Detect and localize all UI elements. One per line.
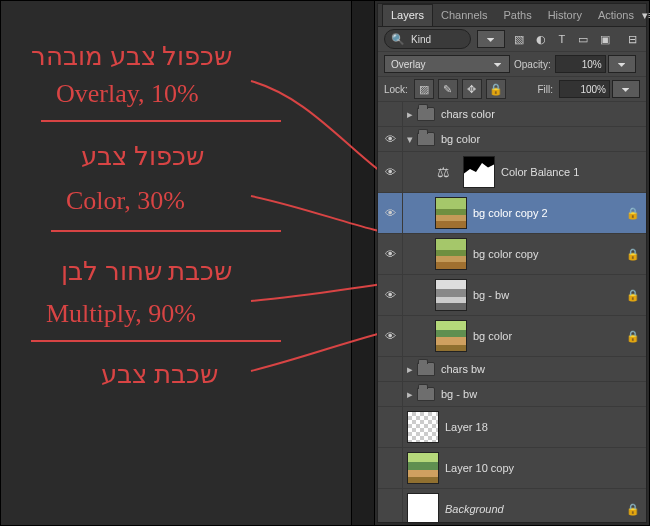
expand-arrow[interactable]: ▸ <box>405 108 415 121</box>
annot-line3a: שכבת שחור לבן <box>61 256 232 287</box>
fill-field[interactable]: 100% <box>559 80 610 98</box>
layer-name[interactable]: Layer 18 <box>445 421 640 433</box>
fill-label: Fill: <box>537 84 553 95</box>
eye-icon: 👁 <box>385 166 396 178</box>
visibility-toggle[interactable]: 👁 <box>378 275 403 315</box>
opacity-slider-toggle[interactable]: ⏷ <box>608 55 636 73</box>
image-filter-icon[interactable]: ▧ <box>511 31 526 47</box>
annot-line4a: שכבת צבע <box>101 359 218 390</box>
annot-line2b: Color, 30% <box>66 186 185 216</box>
visibility-toggle[interactable]: 👁 <box>378 193 403 233</box>
visibility-toggle[interactable] <box>378 489 403 522</box>
layer-thumbnail[interactable] <box>407 411 439 443</box>
layer-thumbnail[interactable] <box>435 238 467 270</box>
visibility-toggle[interactable] <box>378 407 403 447</box>
eye-icon: 👁 <box>385 330 396 342</box>
tab-paths[interactable]: Paths <box>496 4 540 26</box>
layer-name[interactable]: Background <box>445 503 622 515</box>
filter-kind-search[interactable]: 🔍 <box>384 29 471 49</box>
type-filter-icon[interactable]: T <box>554 31 569 47</box>
layers-list[interactable]: ▸chars color👁▾bg color👁⚖Color Balance 1👁… <box>378 102 646 522</box>
layer-thumbnail[interactable] <box>407 493 439 522</box>
lock-icon: 🔒 <box>626 207 640 220</box>
annot-line3b: Multiply, 90% <box>46 299 196 329</box>
expand-arrow[interactable]: ▸ <box>405 363 415 376</box>
layer-row[interactable]: ▸chars bw <box>378 357 646 382</box>
lock-pixels-icon[interactable]: ✎ <box>438 79 458 99</box>
panel-tabs: Layers Channels Paths History Actions ▾≡ <box>378 4 646 27</box>
expand-arrow[interactable]: ▾ <box>405 133 415 146</box>
lock-transparency-icon[interactable]: ▨ <box>414 79 434 99</box>
annot-line1a: שכפול צבע מובהר <box>31 41 232 72</box>
layer-name[interactable]: chars color <box>441 108 640 120</box>
layer-name[interactable]: bg - bw <box>441 388 640 400</box>
folder-icon <box>417 387 435 401</box>
search-icon: 🔍 <box>391 33 405 46</box>
tab-history[interactable]: History <box>540 4 590 26</box>
layer-name[interactable]: chars bw <box>441 363 640 375</box>
layer-row[interactable]: 👁▾bg color <box>378 127 646 152</box>
panel-menu-icon[interactable]: ▾≡ <box>642 9 650 22</box>
fill-slider-toggle[interactable]: ⏷ <box>612 80 640 98</box>
layer-thumbnail[interactable] <box>407 452 439 484</box>
visibility-toggle[interactable]: 👁 <box>378 234 403 274</box>
layer-name[interactable]: Layer 10 copy <box>445 462 640 474</box>
filter-kind-input[interactable] <box>409 33 453 46</box>
layer-row[interactable]: ▸bg - bw <box>378 382 646 407</box>
annot-line2a: שכפול צבע <box>81 141 204 172</box>
eye-icon: 👁 <box>385 289 396 301</box>
adjustment-filter-icon[interactable]: ◐ <box>533 31 548 47</box>
shape-filter-icon[interactable]: ▭ <box>576 31 591 47</box>
layer-row[interactable]: 👁bg color copy🔒 <box>378 234 646 275</box>
visibility-toggle[interactable] <box>378 102 403 126</box>
visibility-toggle[interactable]: 👁 <box>378 127 403 151</box>
layer-name[interactable]: bg color <box>473 330 622 342</box>
layer-name[interactable]: bg color copy 2 <box>473 207 622 219</box>
opacity-label: Opacity: <box>514 59 551 70</box>
blend-opacity-row: Overlay ⏷ Opacity: 10% ⏷ <box>378 52 646 77</box>
visibility-toggle[interactable] <box>378 448 403 488</box>
tab-layers[interactable]: Layers <box>382 4 433 26</box>
layer-thumbnail[interactable] <box>435 320 467 352</box>
layer-row[interactable]: ▸chars color <box>378 102 646 127</box>
blend-mode-dropdown[interactable]: Overlay ⏷ <box>384 55 510 73</box>
visibility-toggle[interactable]: 👁 <box>378 152 403 192</box>
folder-icon <box>417 132 435 146</box>
layer-name[interactable]: bg - bw <box>473 289 622 301</box>
visibility-toggle[interactable] <box>378 357 403 381</box>
lock-all-icon[interactable]: 🔒 <box>486 79 506 99</box>
expand-arrow[interactable]: ▸ <box>405 388 415 401</box>
smartobj-filter-icon[interactable]: ▣ <box>597 31 612 47</box>
layer-mask-thumb[interactable] <box>463 156 495 188</box>
layer-thumbnail[interactable] <box>435 279 467 311</box>
layer-filter-bar: 🔍 ⏷ ▧ ◐ T ▭ ▣ ⊟ <box>378 27 646 52</box>
filter-toggle-switch[interactable]: ⊟ <box>625 31 640 47</box>
tab-channels[interactable]: Channels <box>433 4 495 26</box>
eye-icon: 👁 <box>385 133 396 145</box>
layer-row[interactable]: Background🔒 <box>378 489 646 522</box>
layer-row[interactable]: 👁bg color copy 2🔒 <box>378 193 646 234</box>
layer-name[interactable]: Color Balance 1 <box>501 166 640 178</box>
lock-icon: 🔒 <box>626 330 640 343</box>
layer-row[interactable]: 👁⚖Color Balance 1 <box>378 152 646 193</box>
layer-row[interactable]: Layer 18 <box>378 407 646 448</box>
lock-icon: 🔒 <box>626 289 640 302</box>
lock-icon: 🔒 <box>626 503 640 516</box>
chevron-down-icon: ⏷ <box>493 59 503 70</box>
layer-name[interactable]: bg color <box>441 133 640 145</box>
layer-row[interactable]: 👁bg - bw🔒 <box>378 275 646 316</box>
layer-row[interactable]: 👁bg color🔒 <box>378 316 646 357</box>
visibility-toggle[interactable] <box>378 382 403 406</box>
adjustment-icon: ⚖ <box>433 157 453 187</box>
layer-row[interactable]: Layer 10 copy <box>378 448 646 489</box>
layer-thumbnail[interactable] <box>435 197 467 229</box>
tab-actions[interactable]: Actions <box>590 4 642 26</box>
lock-label: Lock: <box>384 84 408 95</box>
lock-icon: 🔒 <box>626 248 640 261</box>
opacity-field[interactable]: 10% <box>555 55 606 73</box>
layer-name[interactable]: bg color copy <box>473 248 622 260</box>
lock-position-icon[interactable]: ✥ <box>462 79 482 99</box>
blend-mode-value: Overlay <box>391 59 425 70</box>
filter-kind-dropdown[interactable]: ⏷ <box>477 30 505 48</box>
visibility-toggle[interactable]: 👁 <box>378 316 403 356</box>
